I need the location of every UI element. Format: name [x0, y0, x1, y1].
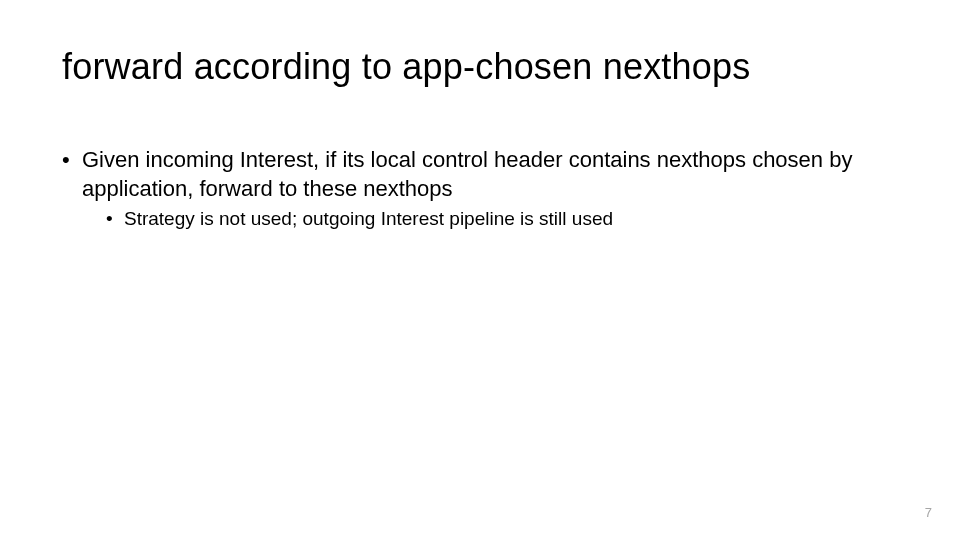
slide-title: forward according to app-chosen nexthops [62, 46, 750, 88]
bullet-list-level1: Given incoming Interest, if its local co… [62, 146, 900, 232]
bullet-text: Given incoming Interest, if its local co… [82, 147, 852, 201]
bullet-subitem: Strategy is not used; outgoing Interest … [106, 207, 900, 232]
bullet-list-level2: Strategy is not used; outgoing Interest … [82, 207, 900, 232]
bullet-item: Given incoming Interest, if its local co… [62, 146, 900, 232]
slide-body: Given incoming Interest, if its local co… [62, 146, 900, 238]
bullet-subtext: Strategy is not used; outgoing Interest … [124, 208, 613, 229]
slide: forward according to app-chosen nexthops… [0, 0, 960, 540]
page-number: 7 [925, 505, 932, 520]
